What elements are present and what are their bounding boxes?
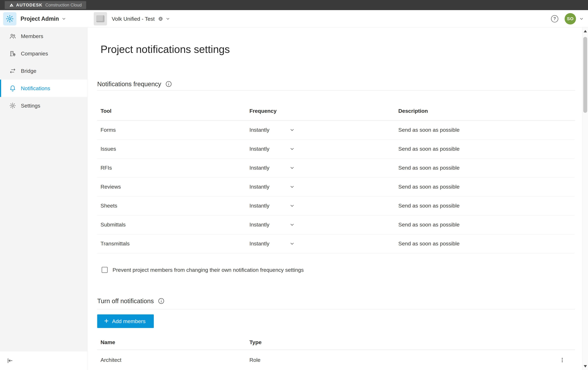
sidebar-item-bridge[interactable]: Bridge [0, 62, 87, 80]
tool-name: Reviews [97, 184, 249, 190]
autodesk-logo-icon [9, 3, 14, 7]
collapse-sidebar-icon[interactable] [7, 357, 13, 364]
product-switcher[interactable]: Project Admin [21, 15, 66, 22]
sidebar-item-label: Notifications [21, 85, 50, 91]
frequency-value: Instantly [249, 165, 270, 171]
autodesk-brand-badge: AUTODESK Construction Cloud [5, 1, 86, 9]
page-title: Project notifications settings [101, 43, 575, 56]
sidebar: Members Companies Bridge Notifications S… [0, 28, 87, 370]
tool-name: Transmittals [97, 240, 249, 247]
chevron-down-icon [166, 16, 170, 21]
frequency-table-header: Tool Frequency Description [97, 101, 575, 120]
frequency-description: Send as soon as possible [398, 165, 575, 171]
project-thumbnail [94, 12, 107, 25]
members-icon [9, 33, 16, 40]
sidebar-footer [0, 351, 87, 370]
table-row: Reviews Instantly Send as soon as possib… [97, 177, 575, 196]
sidebar-nav: Members Companies Bridge Notifications S… [0, 28, 87, 114]
chevron-down-icon [579, 16, 584, 21]
turn-off-section-header: Turn off notifications [97, 297, 575, 305]
account-menu[interactable]: SO [565, 13, 584, 24]
member-name: Architect [97, 357, 249, 363]
vertical-scrollbar[interactable] [582, 28, 588, 370]
app-header-right: ? SO [551, 13, 584, 24]
sidebar-item-label: Bridge [21, 68, 36, 74]
turn-off-section-title: Turn off notifications [97, 297, 154, 305]
frequency-dropdown[interactable]: Instantly [249, 127, 295, 133]
sidebar-item-label: Members [21, 33, 43, 39]
member-type: Role [249, 357, 398, 363]
project-name: Volk Unified - Test [112, 16, 155, 22]
project-thumbnail-image [96, 15, 105, 22]
frequency-description: Send as soon as possible [398, 146, 575, 152]
tool-name: RFIs [97, 165, 249, 171]
frequency-value: Instantly [249, 127, 270, 133]
project-switcher[interactable]: Volk Unified - Test [94, 10, 170, 28]
chevron-down-icon [289, 146, 295, 152]
table-row: Sheets Instantly Send as soon as possibl… [97, 196, 575, 215]
table-row: Submittals Instantly Send as soon as pos… [97, 215, 575, 234]
table-row: Architect Role [97, 350, 575, 370]
frequency-description: Send as soon as possible [398, 127, 575, 133]
prevent-change-checkbox-row[interactable]: Prevent project members from changing th… [102, 264, 575, 276]
app-header: Project Admin Volk Unified - Test ? SO [0, 10, 588, 28]
project-admin-app-icon[interactable] [3, 12, 16, 25]
tool-name: Sheets [97, 203, 249, 209]
frequency-description: Send as soon as possible [398, 240, 575, 247]
frequency-dropdown[interactable]: Instantly [249, 203, 295, 209]
frequency-value: Instantly [249, 146, 270, 152]
frequency-dropdown[interactable]: Instantly [249, 184, 295, 190]
frequency-dropdown[interactable]: Instantly [249, 240, 295, 247]
frequency-table: Tool Frequency Description Forms Instant… [97, 90, 575, 253]
chevron-down-icon [289, 241, 295, 246]
sidebar-item-notifications[interactable]: Notifications [0, 80, 87, 97]
chevron-down-icon [62, 16, 66, 21]
column-header-type: Type [249, 339, 398, 345]
sidebar-item-settings[interactable]: Settings [0, 97, 87, 114]
chevron-down-icon [289, 165, 295, 170]
tool-name: Forms [97, 127, 249, 133]
app-header-left: Project Admin Volk Unified - Test [3, 10, 66, 27]
tool-name: Issues [97, 146, 249, 152]
info-icon[interactable] [165, 80, 172, 88]
brand-suffix: Construction Cloud [45, 3, 82, 8]
sidebar-item-members[interactable]: Members [0, 28, 87, 45]
table-row: Forms Instantly Send as soon as possible [97, 120, 575, 140]
frequency-value: Instantly [249, 240, 270, 247]
add-members-button[interactable]: + Add members [97, 314, 154, 328]
frequency-section-header: Notifications frequency [97, 80, 575, 89]
checkbox-label: Prevent project members from changing th… [113, 267, 304, 273]
tool-name: Submittals [97, 221, 249, 228]
frequency-value: Instantly [249, 184, 270, 190]
scroll-down-arrow[interactable] [584, 365, 587, 368]
frequency-section-title: Notifications frequency [97, 80, 161, 89]
frequency-value: Instantly [249, 221, 270, 228]
scroll-up-arrow[interactable] [584, 30, 587, 32]
settings-gear-icon [9, 102, 16, 109]
column-header-frequency: Frequency [249, 108, 398, 114]
frequency-dropdown[interactable]: Instantly [249, 221, 295, 228]
main-content: Project notifications settings Notificat… [88, 28, 582, 370]
bridge-icon [9, 67, 16, 74]
add-members-label: Add members [112, 318, 146, 324]
sidebar-item-companies[interactable]: Companies [0, 45, 87, 62]
kebab-menu-icon[interactable] [559, 357, 565, 363]
column-header-name: Name [97, 339, 249, 345]
frequency-dropdown[interactable]: Instantly [249, 146, 295, 152]
checkbox[interactable] [102, 267, 108, 273]
turn-off-table-header: Name Type [97, 328, 575, 350]
table-row: Transmittals Instantly Send as soon as p… [97, 234, 575, 253]
frequency-description: Send as soon as possible [398, 184, 575, 190]
chevron-down-icon [289, 222, 295, 227]
help-button[interactable]: ? [551, 15, 558, 22]
column-header-tool: Tool [97, 108, 249, 114]
brand-name: AUTODESK [16, 3, 42, 8]
info-icon[interactable] [158, 297, 165, 305]
plus-icon: + [104, 317, 109, 325]
sidebar-item-label: Companies [21, 50, 48, 57]
scrollbar-thumb[interactable] [583, 37, 587, 113]
globe-icon [158, 16, 163, 21]
notifications-bell-icon [9, 85, 16, 92]
sidebar-item-label: Settings [21, 103, 40, 109]
frequency-dropdown[interactable]: Instantly [249, 165, 295, 171]
